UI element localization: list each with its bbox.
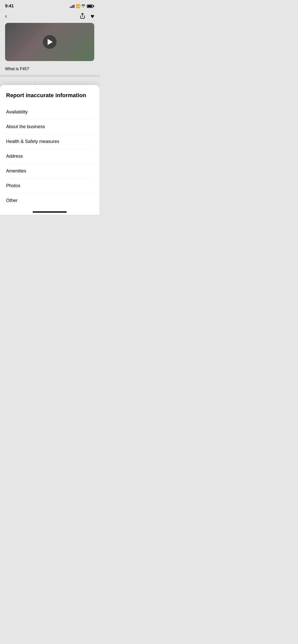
play-button[interactable]: [43, 35, 57, 49]
status-icons: 📶: [70, 4, 94, 8]
sheet-item-address[interactable]: Address: [6, 149, 93, 164]
nav-actions: ♥: [79, 13, 94, 20]
section-divider: [0, 75, 99, 77]
sheet-item-availability[interactable]: Availability: [6, 105, 93, 120]
wifi-icon: 📶: [76, 4, 85, 8]
signal-bars-icon: [70, 4, 74, 8]
sheet-title: Report inaccurate information: [6, 92, 93, 99]
favorite-button[interactable]: ♥: [91, 13, 94, 20]
video-label: What is F45?: [0, 64, 99, 71]
play-icon: [48, 39, 53, 45]
home-indicator: [6, 208, 93, 215]
sheet-item-about-business[interactable]: About the business: [6, 120, 93, 134]
share-button[interactable]: [79, 13, 86, 20]
nav-bar: ‹ ♥: [0, 11, 99, 23]
back-button[interactable]: ‹: [5, 13, 7, 20]
share-icon: [79, 13, 86, 19]
sheet-item-photos[interactable]: Photos: [6, 179, 93, 193]
status-bar: 9:41 📶: [0, 0, 99, 11]
sheet-item-amenities[interactable]: Amenities: [6, 164, 93, 179]
home-bar: [33, 211, 67, 213]
video-overlay: [5, 23, 94, 61]
sheet-item-other[interactable]: Other: [6, 193, 93, 208]
video-card[interactable]: [5, 23, 94, 61]
battery-icon: [87, 5, 94, 8]
sheet-items: AvailabilityAbout the businessHealth & S…: [6, 105, 93, 208]
status-time: 9:41: [5, 4, 14, 9]
sheet-item-health-safety[interactable]: Health & Safety measures: [6, 134, 93, 149]
bottom-sheet: Report inaccurate information Availabili…: [0, 85, 99, 215]
